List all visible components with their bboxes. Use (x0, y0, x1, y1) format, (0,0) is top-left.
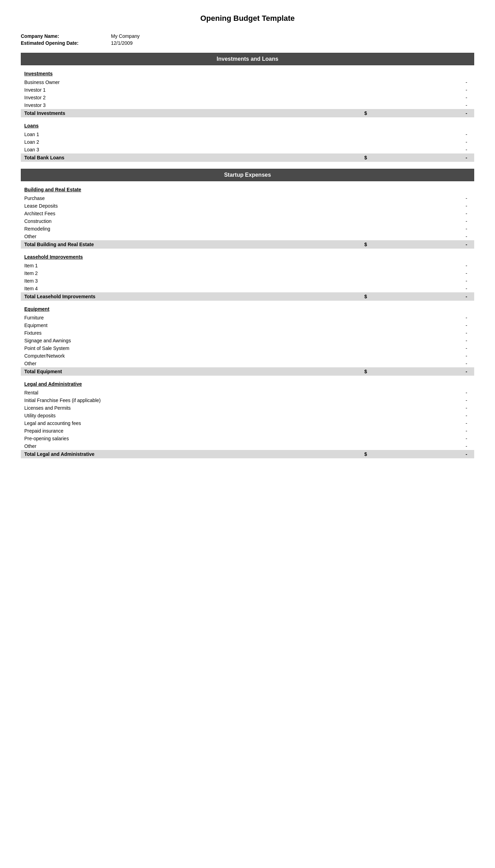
item-dollar (361, 233, 397, 240)
investments-table: Business Owner - Investor 1 - Investor 2… (21, 78, 474, 117)
item-dollar (361, 404, 397, 412)
investments-loans-section: Investments and Loans Investments Busine… (21, 53, 474, 162)
company-name-label: Company Name: (21, 33, 90, 39)
startup-expenses-header: Startup Expenses (21, 169, 474, 181)
item-value: - (397, 337, 474, 344)
table-row: Signage and Awnings - (21, 337, 474, 344)
table-row: Furniture - (21, 314, 474, 322)
total-investments-row: Total Investments $ - (21, 109, 474, 117)
table-row: Construction - (21, 217, 474, 225)
item-dollar (361, 427, 397, 435)
item-label: Initial Franchise Fees (if applicable) (21, 397, 361, 404)
item-value: - (397, 389, 474, 397)
item-value: - (397, 202, 474, 210)
item-value: - (397, 277, 474, 285)
item-label: Signage and Awnings (21, 337, 361, 344)
table-row: Other - (21, 442, 474, 450)
item-label: Lease Deposits (21, 202, 361, 210)
item-dollar (361, 277, 397, 285)
item-dollar (361, 217, 397, 225)
item-value: - (397, 314, 474, 322)
equipment-subtitle: Equipment (21, 306, 474, 312)
equipment-table: Furniture - Equipment - Fixtures - Signa… (21, 314, 474, 376)
item-dollar (361, 78, 397, 86)
total-building-label: Total Building and Real Estate (21, 240, 361, 249)
item-dollar (361, 138, 397, 146)
table-row: Licenses and Permits - (21, 404, 474, 412)
item-value: - (397, 404, 474, 412)
leasehold-subtitle: Leasehold Improvements (21, 254, 474, 260)
startup-expenses-section: Startup Expenses Building and Real Estat… (21, 169, 474, 458)
table-row: Initial Franchise Fees (if applicable) - (21, 397, 474, 404)
table-row: Loan 1 - (21, 131, 474, 138)
legal-table: Rental - Initial Franchise Fees (if appl… (21, 389, 474, 458)
item-dollar (361, 210, 397, 217)
page-title: Opening Budget Template (21, 14, 474, 23)
total-legal-value: - (397, 450, 474, 458)
total-loans-dollar: $ (361, 153, 397, 162)
total-equipment-row: Total Equipment $ - (21, 367, 474, 376)
item-label: Licenses and Permits (21, 404, 361, 412)
total-loans-row: Total Bank Loans $ - (21, 153, 474, 162)
total-building-dollar: $ (361, 240, 397, 249)
total-investments-value: - (397, 109, 474, 117)
item-dollar (361, 397, 397, 404)
item-value: - (397, 412, 474, 419)
item-dollar (361, 435, 397, 442)
table-row: Other - (21, 233, 474, 240)
item-label: Loan 1 (21, 131, 361, 138)
item-label: Other (21, 233, 361, 240)
table-row: Investor 2 - (21, 94, 474, 101)
table-row: Utility deposits - (21, 412, 474, 419)
item-value: - (397, 78, 474, 86)
item-label: Loan 3 (21, 146, 361, 153)
item-label: Equipment (21, 322, 361, 329)
item-dollar (361, 329, 397, 337)
table-row: Item 4 - (21, 285, 474, 292)
item-dollar (361, 202, 397, 210)
item-dollar (361, 194, 397, 202)
table-row: Purchase - (21, 194, 474, 202)
item-value: - (397, 217, 474, 225)
item-label: Business Owner (21, 78, 361, 86)
item-label: Item 3 (21, 277, 361, 285)
item-label: Investor 2 (21, 94, 361, 101)
item-value: - (397, 442, 474, 450)
table-row: Architect Fees - (21, 210, 474, 217)
total-building-value: - (397, 240, 474, 249)
loans-table: Loan 1 - Loan 2 - Loan 3 - Total Bank Lo… (21, 131, 474, 162)
total-leasehold-row: Total Leasehold Improvements $ - (21, 292, 474, 301)
item-dollar (361, 285, 397, 292)
item-label: Point of Sale System (21, 344, 361, 352)
table-row: Equipment - (21, 322, 474, 329)
total-leasehold-dollar: $ (361, 292, 397, 301)
total-legal-label: Total Legal and Administrative (21, 450, 361, 458)
table-row: Fixtures - (21, 329, 474, 337)
table-row: Item 1 - (21, 262, 474, 269)
item-label: Other (21, 442, 361, 450)
item-value: - (397, 269, 474, 277)
item-label: Construction (21, 217, 361, 225)
item-dollar (361, 389, 397, 397)
item-label: Pre-opening salaries (21, 435, 361, 442)
table-row: Pre-opening salaries - (21, 435, 474, 442)
item-value: - (397, 352, 474, 360)
total-legal-row: Total Legal and Administrative $ - (21, 450, 474, 458)
table-row: Business Owner - (21, 78, 474, 86)
item-dollar (361, 86, 397, 94)
table-row: Rental - (21, 389, 474, 397)
item-label: Furniture (21, 314, 361, 322)
table-row: Remodeling - (21, 225, 474, 233)
company-name-value: My Company (111, 33, 139, 39)
total-equipment-label: Total Equipment (21, 367, 361, 376)
table-row: Point of Sale System - (21, 344, 474, 352)
item-label: Fixtures (21, 329, 361, 337)
item-dollar (361, 94, 397, 101)
item-value: - (397, 344, 474, 352)
item-dollar (361, 225, 397, 233)
leasehold-table: Item 1 - Item 2 - Item 3 - Item 4 - Tota… (21, 262, 474, 301)
table-row: Legal and accounting fees - (21, 419, 474, 427)
total-building-row: Total Building and Real Estate $ - (21, 240, 474, 249)
total-loans-value: - (397, 153, 474, 162)
table-row: Investor 3 - (21, 101, 474, 109)
